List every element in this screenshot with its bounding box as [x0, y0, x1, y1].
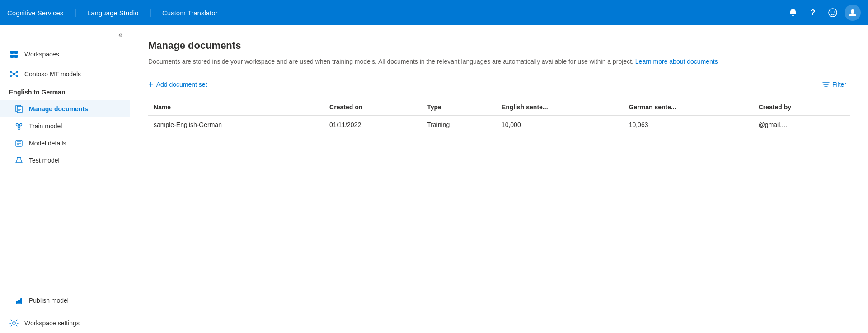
sidebar-item-train-model[interactable]: Train model: [0, 117, 130, 135]
cell-german-sentences: 10,063: [624, 116, 753, 134]
svg-point-24: [18, 127, 20, 130]
nav-separator-2: |: [149, 8, 151, 18]
svg-rect-4: [10, 51, 14, 54]
svg-rect-7: [14, 55, 18, 58]
svg-point-22: [16, 124, 19, 126]
description-text: Documents are stored inside your workspa…: [148, 58, 633, 65]
sidebar-contoso-mt-label: Contoso MT models: [24, 70, 81, 78]
collapse-icon: «: [118, 31, 122, 39]
col-created-by: Created by: [753, 99, 850, 116]
svg-rect-35: [20, 298, 22, 304]
col-name: Name: [148, 99, 324, 116]
top-nav-right: ?: [785, 5, 861, 21]
test-model-icon: [14, 156, 23, 164]
content-area: Manage documents Documents are stored in…: [130, 25, 868, 333]
model-details-icon: [14, 139, 23, 147]
col-type: Type: [422, 99, 496, 116]
svg-point-36: [13, 322, 15, 324]
sidebar-item-publish-model[interactable]: Publish model: [0, 292, 130, 309]
publish-model-label: Publish model: [29, 297, 69, 304]
top-nav: Cognitive Services | Language Studio | C…: [0, 0, 868, 25]
brand-cognitive-services: Cognitive Services: [7, 9, 63, 17]
sidebar-item-contoso-mt[interactable]: Contoso MT models: [0, 64, 130, 84]
models-icon: [9, 70, 19, 79]
add-icon: +: [148, 80, 154, 89]
brand-custom-translator: Custom Translator: [162, 9, 218, 17]
sidebar-bottom: Publish model Workspace settings: [0, 292, 130, 333]
cell-created-on: 01/11/2022: [324, 116, 422, 134]
workspace-settings-icon: [9, 319, 19, 328]
svg-point-1: [831, 12, 832, 13]
eng-to-german-text: English to German: [9, 89, 65, 96]
notifications-button[interactable]: [785, 5, 801, 21]
table-header: Name Created on Type English sente... Ge…: [148, 99, 850, 116]
col-german-sentences: German sente...: [624, 99, 753, 116]
filter-icon: [822, 80, 830, 88]
sidebar-workspaces-label: Workspaces: [24, 51, 59, 58]
svg-rect-5: [14, 51, 18, 54]
help-button[interactable]: ?: [805, 5, 821, 21]
svg-point-0: [829, 9, 837, 17]
collapse-sidebar-button[interactable]: «: [0, 25, 130, 44]
user-avatar-button[interactable]: [845, 5, 861, 21]
train-model-icon: [14, 122, 23, 130]
manage-documents-icon: [14, 105, 23, 113]
sidebar: « Workspaces: [0, 25, 130, 333]
svg-rect-34: [18, 300, 20, 304]
test-model-label: Test model: [29, 157, 60, 164]
table-body: sample-English-German 01/11/2022 Trainin…: [148, 116, 850, 134]
svg-point-2: [834, 12, 835, 13]
brand-language-studio: Language Studio: [87, 9, 138, 17]
workspaces-icon: [9, 50, 19, 59]
documents-table: Name Created on Type English sente... Ge…: [148, 99, 850, 134]
publish-model-icon: [14, 296, 23, 305]
top-nav-brand: Cognitive Services | Language Studio | C…: [7, 8, 218, 18]
help-icon: ?: [811, 8, 816, 18]
svg-point-3: [851, 9, 854, 13]
svg-point-23: [20, 124, 22, 126]
nav-separator-1: |: [74, 8, 76, 18]
sidebar-item-manage-documents[interactable]: Manage documents: [0, 100, 130, 117]
cell-created-by: @gmail....: [753, 116, 850, 134]
workspace-settings-label: Workspace settings: [24, 319, 80, 327]
feedback-button[interactable]: [825, 5, 841, 21]
model-details-label: Model details: [29, 140, 66, 147]
page-description: Documents are stored inside your workspa…: [148, 57, 850, 66]
page-title: Manage documents: [148, 40, 850, 52]
sidebar-divider: [0, 311, 130, 311]
learn-more-link[interactable]: Learn more about documents: [635, 58, 718, 65]
sidebar-item-workspace-settings[interactable]: Workspace settings: [0, 313, 130, 333]
cell-type: Training: [422, 116, 496, 134]
sidebar-item-workspaces[interactable]: Workspaces: [0, 44, 130, 64]
toolbar: + Add document set Filter: [148, 77, 850, 92]
filter-button[interactable]: Filter: [819, 78, 850, 91]
cell-english-sentences: 10,000: [496, 116, 624, 134]
sidebar-item-model-details[interactable]: Model details: [0, 135, 130, 152]
sidebar-item-test-model[interactable]: Test model: [0, 152, 130, 169]
train-model-label: Train model: [29, 122, 62, 130]
col-english-sentences: English sente...: [496, 99, 624, 116]
manage-documents-label: Manage documents: [29, 105, 88, 113]
col-created-on: Created on: [324, 99, 422, 116]
eng-to-german-label: English to German: [0, 84, 130, 100]
cell-name: sample-English-German: [148, 116, 324, 134]
table-row[interactable]: sample-English-German 01/11/2022 Trainin…: [148, 116, 850, 134]
add-document-set-button[interactable]: + Add document set: [148, 77, 207, 92]
main-layout: « Workspaces: [0, 25, 868, 333]
svg-rect-33: [16, 301, 18, 304]
add-document-set-label: Add document set: [156, 81, 207, 88]
svg-rect-6: [10, 55, 14, 58]
filter-label: Filter: [832, 81, 846, 88]
